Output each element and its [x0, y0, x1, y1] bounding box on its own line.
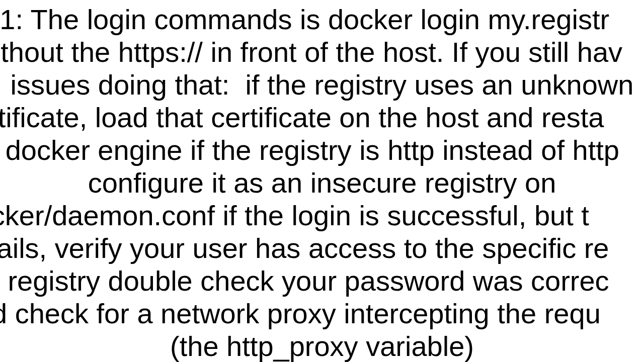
document-viewport: er 1: The login commands is docker login… — [0, 0, 644, 362]
body-text-line: the registry double check your password … — [0, 264, 609, 297]
body-text-line: Without the https:// in front of the hos… — [0, 36, 622, 68]
body-text-line: l fails, verify your user has access to … — [0, 232, 609, 264]
body-text-line: (the http_proxy variable) — [0, 330, 644, 362]
body-text-line: ered check for a network proxy intercept… — [0, 297, 601, 330]
body-text-line: e docker engine if the registry is http … — [0, 134, 619, 166]
body-text-line: configure it as an insecure registry on — [0, 166, 644, 199]
body-text-line: issues doing that: if the registry uses … — [0, 68, 644, 101]
body-text-line: certificate, load that certificate on th… — [0, 101, 604, 134]
body-text-line: /docker/daemon.conf if the login is succ… — [0, 199, 589, 232]
body-text-line: er 1: The login commands is docker login… — [0, 3, 609, 36]
